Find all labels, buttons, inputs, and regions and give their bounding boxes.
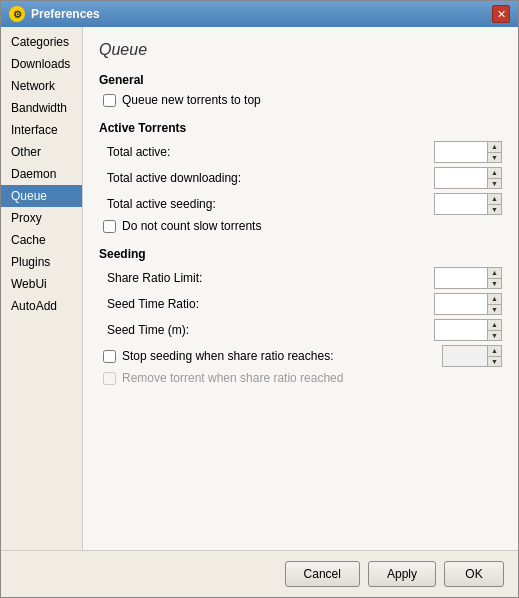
total-downloading-label: Total active downloading: (107, 171, 434, 185)
seed-time-input[interactable]: -1 (435, 320, 487, 340)
total-downloading-spinbox: -1 ▲ ▼ (434, 167, 502, 189)
preferences-window: ⚙ Preferences ✕ Categories Downloads Net… (0, 0, 519, 598)
total-seeding-spinbox: -1 ▲ ▼ (434, 193, 502, 215)
total-seeding-down-button[interactable]: ▼ (488, 204, 501, 215)
app-icon: ⚙ (9, 6, 25, 22)
sidebar-item-cache[interactable]: Cache (1, 229, 82, 251)
stop-seeding-spinbox-buttons: ▲ ▼ (487, 346, 501, 366)
sidebar-item-network[interactable]: Network (1, 75, 82, 97)
total-seeding-row: Total active seeding: -1 ▲ ▼ (99, 193, 502, 215)
share-ratio-spinbox-buttons: ▲ ▼ (487, 268, 501, 288)
close-button[interactable]: ✕ (492, 5, 510, 23)
queue-new-to-top-row: Queue new torrents to top (99, 93, 502, 107)
seed-time-ratio-input[interactable]: -1.00 (435, 294, 487, 314)
sidebar-item-plugins[interactable]: Plugins (1, 251, 82, 273)
seed-time-ratio-spinbox: -1.00 ▲ ▼ (434, 293, 502, 315)
share-ratio-spinbox: -1.00 ▲ ▼ (434, 267, 502, 289)
general-section: General Queue new torrents to top (99, 73, 502, 107)
total-active-label: Total active: (107, 145, 434, 159)
sidebar: Categories Downloads Network Bandwidth I… (1, 27, 83, 550)
window-title: Preferences (31, 7, 100, 21)
share-ratio-row: Share Ratio Limit: -1.00 ▲ ▼ (99, 267, 502, 289)
slow-torrents-checkbox[interactable] (103, 220, 116, 233)
total-active-up-button[interactable]: ▲ (488, 142, 501, 152)
sidebar-item-autoadd[interactable]: AutoAdd (1, 295, 82, 317)
seed-time-label: Seed Time (m): (107, 323, 434, 337)
stop-seeding-spinbox: 2.00 ▲ ▼ (442, 345, 502, 367)
title-bar-left: ⚙ Preferences (9, 6, 100, 22)
queue-new-to-top-label: Queue new torrents to top (122, 93, 261, 107)
stop-seeding-checkbox[interactable] (103, 350, 116, 363)
active-torrents-section: Active Torrents Total active: -1 ▲ ▼ Tot… (99, 121, 502, 233)
share-ratio-up-button[interactable]: ▲ (488, 268, 501, 278)
seeding-section: Seeding Share Ratio Limit: -1.00 ▲ ▼ See… (99, 247, 502, 385)
active-torrents-header: Active Torrents (99, 121, 502, 135)
total-active-spinbox-buttons: ▲ ▼ (487, 142, 501, 162)
queue-new-to-top-checkbox[interactable] (103, 94, 116, 107)
apply-button[interactable]: Apply (368, 561, 436, 587)
seed-time-ratio-down-button[interactable]: ▼ (488, 304, 501, 315)
seeding-header: Seeding (99, 247, 502, 261)
general-header: General (99, 73, 502, 87)
total-active-row: Total active: -1 ▲ ▼ (99, 141, 502, 163)
slow-torrents-row: Do not count slow torrents (99, 219, 502, 233)
share-ratio-label: Share Ratio Limit: (107, 271, 434, 285)
content-area: Categories Downloads Network Bandwidth I… (1, 27, 518, 550)
total-downloading-spinbox-buttons: ▲ ▼ (487, 168, 501, 188)
total-seeding-up-button[interactable]: ▲ (488, 194, 501, 204)
total-active-input[interactable]: -1 (435, 142, 487, 162)
slow-torrents-label: Do not count slow torrents (122, 219, 261, 233)
ok-button[interactable]: OK (444, 561, 504, 587)
total-seeding-label: Total active seeding: (107, 197, 434, 211)
total-downloading-input[interactable]: -1 (435, 168, 487, 188)
stop-seeding-down-button[interactable]: ▼ (488, 356, 501, 367)
stop-seeding-row: Stop seeding when share ratio reaches: 2… (99, 345, 502, 367)
seed-time-ratio-spinbox-buttons: ▲ ▼ (487, 294, 501, 314)
total-active-spinbox: -1 ▲ ▼ (434, 141, 502, 163)
seed-time-down-button[interactable]: ▼ (488, 330, 501, 341)
stop-seeding-input[interactable]: 2.00 (443, 346, 487, 366)
total-seeding-spinbox-buttons: ▲ ▼ (487, 194, 501, 214)
total-downloading-row: Total active downloading: -1 ▲ ▼ (99, 167, 502, 189)
seed-time-ratio-up-button[interactable]: ▲ (488, 294, 501, 304)
remove-torrent-row: Remove torrent when share ratio reached (99, 371, 502, 385)
seed-time-up-button[interactable]: ▲ (488, 320, 501, 330)
sidebar-item-downloads[interactable]: Downloads (1, 53, 82, 75)
title-bar: ⚙ Preferences ✕ (1, 1, 518, 27)
sidebar-item-proxy[interactable]: Proxy (1, 207, 82, 229)
sidebar-item-webui[interactable]: WebUi (1, 273, 82, 295)
remove-torrent-checkbox[interactable] (103, 372, 116, 385)
total-seeding-input[interactable]: -1 (435, 194, 487, 214)
remove-torrent-label: Remove torrent when share ratio reached (122, 371, 343, 385)
panel-title: Queue (99, 41, 502, 61)
footer: Cancel Apply OK (1, 550, 518, 597)
sidebar-item-daemon[interactable]: Daemon (1, 163, 82, 185)
seed-time-spinbox-buttons: ▲ ▼ (487, 320, 501, 340)
seed-time-ratio-row: Seed Time Ratio: -1.00 ▲ ▼ (99, 293, 502, 315)
cancel-button[interactable]: Cancel (285, 561, 360, 587)
seed-time-ratio-label: Seed Time Ratio: (107, 297, 434, 311)
sidebar-item-other[interactable]: Other (1, 141, 82, 163)
seed-time-spinbox: -1 ▲ ▼ (434, 319, 502, 341)
sidebar-item-interface[interactable]: Interface (1, 119, 82, 141)
main-panel: Queue General Queue new torrents to top … (83, 27, 518, 550)
sidebar-item-bandwidth[interactable]: Bandwidth (1, 97, 82, 119)
total-active-down-button[interactable]: ▼ (488, 152, 501, 163)
sidebar-item-queue[interactable]: Queue (1, 185, 82, 207)
total-downloading-down-button[interactable]: ▼ (488, 178, 501, 189)
stop-seeding-up-button[interactable]: ▲ (488, 346, 501, 356)
stop-seeding-label: Stop seeding when share ratio reaches: (122, 349, 436, 363)
share-ratio-down-button[interactable]: ▼ (488, 278, 501, 289)
total-downloading-up-button[interactable]: ▲ (488, 168, 501, 178)
share-ratio-input[interactable]: -1.00 (435, 268, 487, 288)
sidebar-item-categories[interactable]: Categories (1, 31, 82, 53)
seed-time-row: Seed Time (m): -1 ▲ ▼ (99, 319, 502, 341)
